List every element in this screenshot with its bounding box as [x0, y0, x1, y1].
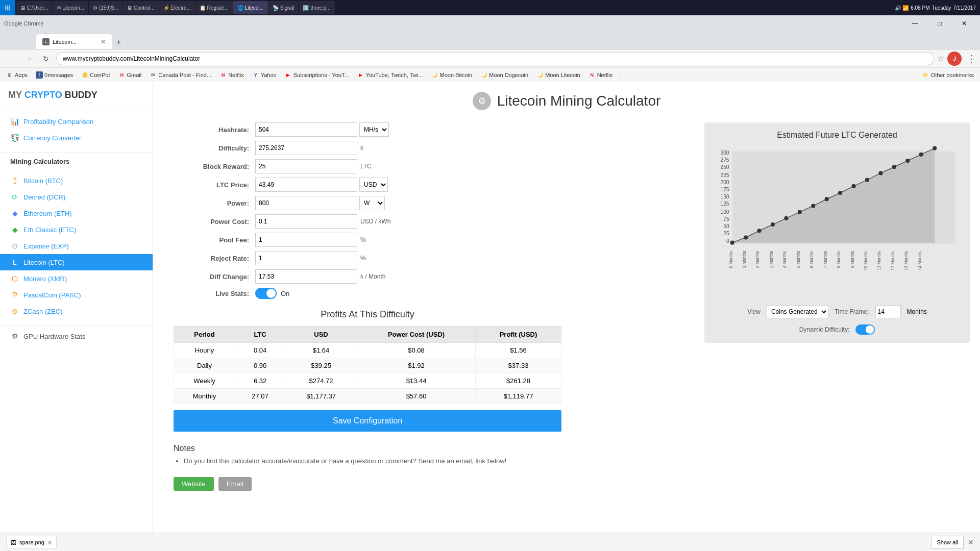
svg-point-29 [905, 159, 910, 163]
bookmark-moon-litecoin[interactable]: 🌙 Moon Litecoin [534, 70, 582, 80]
bookmarks-bar: ⊞ Apps f 0messages 🪙 CoinPot M Gmail ✉ C… [0, 67, 980, 82]
email-button[interactable]: Email [218, 477, 252, 491]
hashrate-input[interactable] [255, 122, 357, 137]
close-button[interactable]: ✕ [952, 15, 976, 32]
pool-fee-input[interactable] [255, 233, 357, 247]
sidebar-item-profitability[interactable]: 📊 Profitability Comparison [0, 113, 153, 130]
taskbar-system: 🔊 📶 6:08 PM Tuesday 7/11/2017 [895, 5, 980, 11]
youtube-icon-1: ▶ [285, 71, 292, 79]
profits-body: Hourly 0.04 $1.64 $0.08 $1.56 Daily 0.90… [174, 343, 561, 404]
maximize-button[interactable]: □ [928, 15, 951, 32]
sidebar-item-litecoin[interactable]: Ł Litecoin (LTC) [0, 254, 153, 270]
sidebar-item-gpu[interactable]: ⚙ GPU Hardware Stats [0, 328, 153, 344]
bookmark-yahoo[interactable]: Y Yahoo [250, 70, 279, 80]
power-cost-label: Power Cost: [174, 218, 255, 226]
bookmark-apps[interactable]: ⊞ Apps [4, 70, 30, 80]
taskbar-tab-email[interactable]: ✉ Litecoin... [53, 1, 88, 14]
sidebar-divider [0, 152, 153, 153]
browser-tab-active[interactable]: L Litecoin... ✕ [36, 34, 112, 49]
download-bar: 🖼 spare.png ∧ Show all ✕ [0, 533, 980, 551]
view-select[interactable]: Coins Generated Profit (USD) [767, 305, 828, 318]
sidebar-item-pascalcoin[interactable]: Ƥ PascalCoin (PASC) [0, 287, 153, 303]
sidebar-item-bitcoin[interactable]: ₿ Bitcoin (BTC) [0, 172, 153, 189]
hashrate-unit-select[interactable]: MH/sKH/sGH/s [359, 122, 389, 137]
live-stats-row: Live Stats: On [174, 288, 561, 299]
bookmark-gmail[interactable]: M Gmail [116, 70, 143, 80]
ltc-price-currency-select[interactable]: USDEURBTC [359, 178, 388, 192]
refresh-button[interactable]: ↻ [39, 52, 53, 66]
sidebar-item-expanse[interactable]: ⊙ Expanse (EXP) [0, 238, 153, 254]
sidebar-item-currency[interactable]: 💱 Currency Converter [0, 130, 153, 146]
live-stats-toggle[interactable] [255, 288, 277, 299]
bookmark-moon-bitcoin[interactable]: 🌙 Moon Bitcoin [429, 70, 474, 80]
taskbar-tab-three[interactable]: 3️⃣ three.p... [299, 1, 334, 14]
close-download-bar-button[interactable]: ✕ [968, 538, 974, 546]
power-input[interactable] [255, 196, 357, 210]
minimize-button[interactable]: — [903, 15, 927, 32]
sidebar-item-ethclassic[interactable]: ◆ Eth Classic (ETC) [0, 221, 153, 238]
taskbar-tab-control[interactable]: 🖥 Control... [123, 1, 158, 14]
timeframe-label: Time Frame: [835, 308, 869, 315]
download-close[interactable]: ∧ [47, 539, 52, 546]
taskbar-tab-explorer[interactable]: 🖥 C:\User... [16, 1, 52, 14]
live-stats-toggle-container: On [255, 288, 289, 299]
bookmark-other[interactable]: 📁 Other bookmarks [920, 70, 976, 80]
svg-point-24 [838, 191, 842, 195]
block-reward-input[interactable] [255, 159, 357, 173]
bookmark-netflix2[interactable]: N Netflix [586, 70, 615, 80]
tab-close-button[interactable]: ✕ [101, 38, 106, 45]
sidebar-item-monero[interactable]: ⬡ Monero (XMR) [0, 270, 153, 287]
save-configuration-button[interactable]: Save Configuration [174, 410, 561, 432]
back-button[interactable]: ← [4, 52, 18, 66]
svg-text:4 Months: 4 Months [782, 251, 787, 268]
taskbar-tab-settings[interactable]: ⚙ (159)S... [89, 1, 122, 14]
taskbar-tab-register[interactable]: 📋 Registe... [195, 1, 233, 14]
difficulty-input[interactable] [255, 141, 357, 155]
svg-text:10 Months: 10 Months [864, 251, 868, 270]
forward-button[interactable]: → [21, 52, 36, 66]
bookmark-subscriptions[interactable]: ▶ Subscriptions - YouT... [283, 70, 351, 80]
bookmark-moon-dogecoin[interactable]: 🌙 Moon Dogecoin [478, 70, 530, 80]
reject-rate-unit: % [360, 255, 366, 262]
timeframe-input[interactable] [875, 305, 901, 318]
svg-point-30 [919, 153, 923, 157]
bookmark-star[interactable]: ☆ [937, 54, 944, 63]
new-tab-button[interactable]: + [112, 36, 125, 49]
svg-text:300: 300 [721, 150, 729, 156]
bookmark-canadapost[interactable]: ✉ Canada Post - Find... [148, 70, 213, 80]
taskbar-date: 7/11/2017 [953, 5, 976, 11]
ltc-coin-icon: ⚙ [473, 92, 491, 110]
sidebar-item-decred[interactable]: ⟳ Decred (DCR) [0, 189, 153, 205]
power-unit-select[interactable]: WKW [359, 196, 385, 210]
taskbar-time: 6:08 PM [911, 5, 929, 11]
profile-button[interactable]: J [947, 52, 962, 66]
power-cost-input[interactable] [255, 214, 357, 229]
start-button[interactable]: ⊞ [0, 0, 15, 15]
taskbar-tab-electron[interactable]: ⚡ Electro... [159, 1, 195, 14]
diff-change-unit: k / Month [360, 273, 385, 280]
live-stats-value: On [281, 290, 289, 297]
svg-text:50: 50 [723, 223, 729, 229]
bookmark-youtube[interactable]: ▶ YouTube, Twitch, Twi... [355, 70, 425, 80]
sidebar-item-zcash[interactable]: ⊛ ZCash (ZEC) [0, 303, 153, 319]
taskbar-tab-browser[interactable]: 🌐 Litecoi... [233, 1, 268, 14]
dynamic-difficulty-toggle[interactable] [855, 324, 875, 335]
profits-table: Period LTC USD Power Cost (USD) Profit (… [174, 326, 561, 404]
show-all-button[interactable]: Show all [931, 536, 964, 549]
extensions-button[interactable]: ⋮ [967, 53, 976, 64]
usd-hourly: $1.64 [285, 343, 357, 358]
sidebar-toggle[interactable]: › [153, 306, 153, 327]
address-bar[interactable] [56, 52, 934, 65]
reject-rate-input[interactable] [255, 251, 357, 265]
diff-change-input[interactable] [255, 269, 357, 284]
bookmark-netflix[interactable]: N Netflix [217, 70, 246, 80]
download-filename: spare.png [19, 539, 44, 545]
ltc-price-input[interactable] [255, 178, 357, 192]
svg-text:225: 225 [721, 172, 729, 178]
svg-point-28 [892, 165, 896, 169]
sidebar-item-ethereum[interactable]: ◆ Ethereum (ETH) [0, 205, 153, 221]
bookmark-coinpot[interactable]: 🪙 CoinPot [79, 70, 112, 80]
bookmark-0messages[interactable]: f 0messages [34, 70, 75, 80]
taskbar-tab-signal[interactable]: 📡 Signal [268, 1, 299, 14]
website-button[interactable]: Website [174, 477, 214, 491]
